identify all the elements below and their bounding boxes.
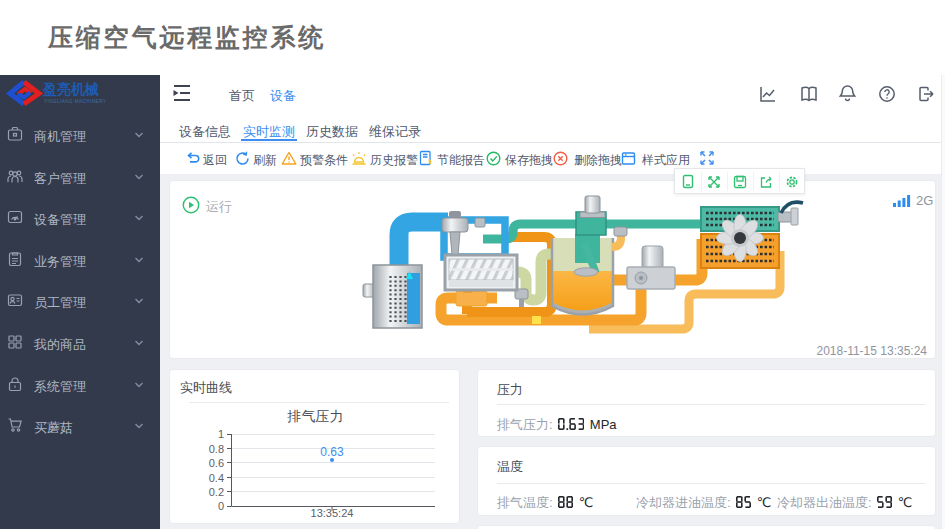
- svg-text:0.8: 0.8: [209, 443, 224, 455]
- svg-text:0: 0: [218, 500, 224, 512]
- svg-text:13:35:24: 13:35:24: [311, 507, 354, 519]
- svg-text:0.4: 0.4: [209, 472, 224, 484]
- svg-text:0.63: 0.63: [320, 445, 344, 459]
- svg-text:盈亮机械: 盈亮机械: [42, 81, 99, 97]
- svg-text:0.6: 0.6: [209, 457, 224, 469]
- svg-text:0.2: 0.2: [209, 486, 224, 498]
- svg-text:1: 1: [218, 428, 224, 440]
- svg-text:YINGLIANG MACHINERY: YINGLIANG MACHINERY: [44, 99, 106, 104]
